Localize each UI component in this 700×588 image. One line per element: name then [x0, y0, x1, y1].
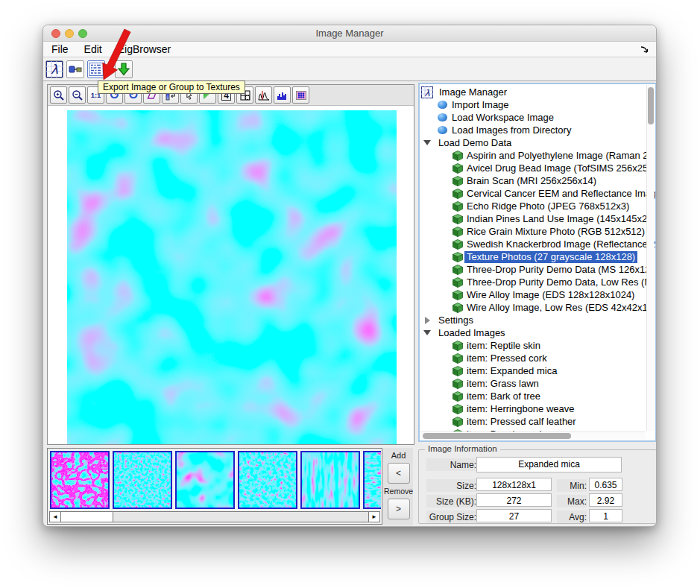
tree-item[interactable]: item: Bark of tree	[420, 390, 655, 402]
image-cube-icon	[453, 163, 463, 174]
tree-item[interactable]: Indian Pines Land Use Image (145x145x2	[420, 212, 655, 225]
tree-item[interactable]: item: Expanded mica	[420, 364, 655, 377]
collapse-triangle-icon[interactable]	[423, 330, 432, 335]
annotation-arrow	[95, 28, 133, 83]
tree-item[interactable]: Cervical Cancer EEM and Reflectance Imag	[420, 187, 655, 200]
tree-item[interactable]: item: Herringbone weave	[420, 402, 655, 415]
tree-item[interactable]: Wire Alloy Image, Low Res (EDS 42x42x10	[420, 301, 655, 314]
tree-item[interactable]: Texture Photos (27 grayscale 128x128)	[420, 250, 655, 263]
tree-item[interactable]: item: Reptile skin	[420, 339, 655, 352]
tree-item-label: Three-Drop Purity Demo Data (MS 126x12	[464, 264, 652, 276]
image-cube-icon	[453, 239, 463, 250]
texture-thumbnail-pressed-cork[interactable]	[113, 451, 172, 509]
tree-vertical-scrollbar[interactable]	[646, 85, 655, 431]
scroll-right-button[interactable]: ►	[368, 512, 379, 522]
collapse-triangle-icon[interactable]	[423, 140, 432, 145]
tree-item[interactable]: Avicel Drug Bead Image (TofSIMS 256x256	[420, 162, 655, 174]
max-field[interactable]: 2.92	[589, 493, 622, 507]
svg-text:λ: λ	[424, 87, 429, 98]
scroll-left-button[interactable]: ◄	[50, 512, 61, 522]
add-texture-button[interactable]: <	[388, 463, 410, 484]
tree-item[interactable]: Brain Scan (MRI 256x256x14)	[420, 174, 655, 187]
tree-item[interactable]: λImage Manager	[420, 86, 655, 98]
zoom-in-button[interactable]	[50, 86, 67, 104]
image-cube-icon	[453, 404, 463, 414]
link-image-button[interactable]	[66, 60, 84, 78]
image-cube-icon	[453, 252, 463, 262]
scrollbar-thumb[interactable]	[61, 512, 113, 522]
tree-item[interactable]: Echo Ridge Photo (JPEG 768x512x3)	[420, 200, 655, 212]
image-viewer-panel: 1:1↺↻4	[47, 84, 414, 445]
tree-item-label: item: Pressed cork	[464, 353, 549, 364]
tree-item-label: Wire Alloy Image (EDS 128x128x1024)	[464, 289, 637, 301]
bar-chart-button[interactable]	[274, 86, 291, 104]
tree-item[interactable]: Swedish Knackerbrod Image (Reflectance 2	[420, 238, 655, 250]
min-field[interactable]: 0.635	[589, 478, 622, 491]
tree-item-label: Wire Alloy Image, Low Res (EDS 42x42x10	[464, 302, 655, 314]
texture-thumbnail-reptile-skin[interactable]	[50, 451, 110, 509]
tree-item[interactable]: Rice Grain Mixture Photo (RGB 512x512)	[420, 225, 655, 238]
image-cube-icon	[453, 290, 463, 300]
tree-item-label: Three-Drop Purity Demo Data, Low Res (M	[464, 276, 655, 288]
thumbnail-scrollbar[interactable]: ◄ ►	[49, 511, 380, 522]
tree-item[interactable]: Import Image	[420, 98, 655, 111]
plot-tool-button[interactable]: λ	[45, 60, 63, 78]
action-sphere-icon	[438, 113, 447, 121]
texture-thumbnail-expanded-mica[interactable]	[175, 451, 235, 509]
size-field[interactable]: 128x128x1	[476, 478, 552, 491]
image-manager-window: Image Manager File Edit EigBrowser λ 1:1…	[42, 25, 657, 527]
remove-texture-button[interactable]: >	[388, 499, 410, 519]
scrollbar-thumb[interactable]	[423, 433, 571, 439]
svg-text:λ: λ	[51, 62, 58, 77]
tree-horizontal-scrollbar[interactable]	[420, 431, 646, 440]
tree-item[interactable]: Loaded Images	[420, 326, 655, 339]
tree-item[interactable]: item: Pressed calf leather	[420, 415, 655, 428]
tree-item[interactable]: Settings	[420, 314, 655, 326]
tree-item-label: Load Workspace Image	[450, 112, 556, 124]
tree-item[interactable]: Load Demo Data	[420, 136, 655, 149]
thumbnail-strip: ◄ ►	[47, 448, 382, 525]
tree-item[interactable]: Three-Drop Purity Demo Data, Low Res (M	[420, 276, 655, 288]
tree-item[interactable]: Wire Alloy Image (EDS 128x128x1024)	[420, 288, 655, 301]
group-size-label: Group Size:	[426, 510, 476, 523]
histogram-icon	[258, 89, 270, 101]
group-size-field[interactable]: 27	[476, 509, 552, 522]
tree-item-label: Echo Ridge Photo (JPEG 768x512x3)	[464, 200, 631, 212]
image-cube-icon	[453, 265, 463, 275]
size-label: Size:	[426, 479, 476, 492]
expand-triangle-icon[interactable]	[423, 317, 432, 324]
image-cube-icon	[453, 379, 463, 389]
tree-item-label: Image Manager	[437, 86, 509, 98]
tree-item-label: item: Grass lawn	[464, 378, 541, 390]
dot-matrix-icon	[295, 89, 307, 101]
tree-item[interactable]: Aspirin and Polyethylene Image (Raman 21	[420, 149, 655, 162]
texture-thumbnail-bark-of-tree[interactable]	[300, 451, 360, 509]
tree-item[interactable]: Three-Drop Purity Demo Data (MS 126x12	[420, 263, 655, 276]
tree-item[interactable]: Load Workspace Image	[420, 111, 655, 124]
image-cube-icon	[453, 277, 463, 288]
tree-item-label: Load Images from Directory	[450, 124, 573, 136]
histogram-button[interactable]	[255, 86, 272, 104]
tree-item[interactable]: Load Images from Directory	[420, 124, 655, 136]
dock-figure-icon[interactable]	[640, 45, 650, 54]
avg-field[interactable]: 1	[589, 509, 622, 522]
name-label: Name:	[426, 458, 476, 471]
tree-item-label: Aspirin and Polyethylene Image (Raman 21	[464, 150, 656, 162]
menu-file[interactable]: File	[51, 43, 69, 55]
tree-item-label: item: Herringbone weave	[464, 403, 577, 415]
name-field[interactable]: Expanded mica	[476, 457, 622, 472]
tree-item-label: Settings	[436, 314, 476, 326]
texture-thumbnail-grass-lawn[interactable]	[238, 451, 297, 509]
image-cube-icon	[453, 417, 463, 427]
tree-item-label: item: Expanded mica	[464, 365, 559, 377]
scrollbar-thumb[interactable]	[648, 87, 654, 124]
texture-thumbnails-panel: ◄ ► Add < Remove >	[47, 448, 413, 525]
dot-display-button[interactable]	[292, 86, 309, 104]
zoom-out-button[interactable]	[69, 86, 86, 104]
texture-thumbnail-herringbone-weave[interactable]	[363, 451, 381, 509]
tree-item-label: item: Pressed calf leather	[464, 416, 578, 428]
main-image[interactable]	[67, 110, 397, 444]
kb-field[interactable]: 272	[476, 493, 552, 507]
tree-item[interactable]: item: Grass lawn	[420, 377, 655, 390]
tree-item[interactable]: item: Pressed cork	[420, 352, 655, 364]
